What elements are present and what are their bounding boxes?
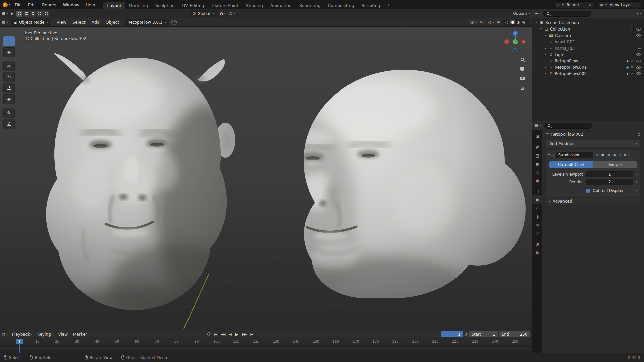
remove-modifier-icon[interactable]: ×: [623, 153, 626, 157]
xray-toggle[interactable]: ▣: [497, 20, 500, 24]
outliner-row-retopoflow[interactable]: ▸▽RetopoFlow◆▽: [532, 58, 644, 64]
modifier-extras-icon[interactable]: ▾: [620, 153, 621, 156]
hidden-visibility-icon[interactable]: [638, 42, 641, 42]
new-view-layer-icon[interactable]: ⊞: [635, 3, 639, 7]
breadcrumb-object-name[interactable]: RetopoFlow.002: [551, 132, 583, 137]
playhead-frame-badge[interactable]: 1: [16, 339, 23, 344]
jump-to-next-keyframe-button[interactable]: ▶▶: [240, 332, 248, 336]
display-on-cage-icon[interactable]: ◇: [595, 153, 599, 157]
workspace-tab-sculpting[interactable]: Sculpting: [152, 2, 178, 9]
object-visibility-dropdown[interactable]: ▾: [470, 21, 477, 24]
camera-view-icon[interactable]: [520, 77, 525, 80]
constraints-properties-tab[interactable]: ⊗: [532, 221, 542, 229]
outliner-row-retopoflow-002[interactable]: ▸▽RetopoFlow.002◆▽: [532, 70, 644, 77]
outliner-row-light[interactable]: ▸⊙Light: [532, 51, 644, 58]
solid-shading-button[interactable]: ●: [510, 20, 515, 24]
timeline-menu-keying[interactable]: Keying▾: [35, 330, 55, 338]
workspace-tab-compositing[interactable]: Compositing: [324, 2, 358, 9]
select-box-tool[interactable]: [3, 36, 15, 46]
use-preview-range-icon[interactable]: ◔: [464, 332, 468, 336]
modifier-name-field[interactable]: Subdivision: [556, 152, 593, 158]
output-properties-tab[interactable]: ▤: [532, 151, 542, 160]
disclosure-triangle-icon[interactable]: ▸: [544, 34, 547, 37]
disclosure-triangle-icon[interactable]: ▸: [544, 53, 547, 56]
jump-to-start-button[interactable]: |◀: [212, 332, 219, 336]
select-mode-invert-button[interactable]: [37, 11, 43, 17]
edit-mode-display-icon[interactable]: ▣: [600, 153, 605, 157]
disclosure-triangle-icon[interactable]: ▸: [544, 59, 547, 62]
jump-to-end-button[interactable]: ▶|: [249, 332, 255, 336]
gizmo-y-axis[interactable]: [513, 39, 518, 44]
retopoflow-menu[interactable]: RetopoFlow 3.0.1 ▾: [125, 19, 169, 26]
play-button[interactable]: ▶: [234, 332, 240, 337]
unlink-scene-icon[interactable]: ×: [588, 3, 592, 7]
menu-help[interactable]: Help: [83, 0, 98, 9]
current-frame-field[interactable]: 1: [441, 331, 463, 337]
viewport-menu-select[interactable]: Select: [69, 18, 89, 26]
editor-type-button[interactable]: ▦ ▾: [2, 20, 8, 24]
workspace-tab-uv-editing[interactable]: UV Editing: [178, 2, 208, 9]
viewport-menu-add[interactable]: Add: [89, 18, 103, 26]
world-properties-tab[interactable]: ●: [532, 176, 542, 185]
physics-properties-tab[interactable]: ◎: [532, 212, 542, 221]
disclosure-triangle-icon[interactable]: ▸: [544, 72, 547, 75]
workspace-tab-rendering[interactable]: Rendering: [296, 2, 324, 9]
cursor-tool[interactable]: ⊕: [3, 47, 15, 57]
rendered-shading-button[interactable]: ◉: [521, 20, 526, 24]
animate-dot-icon[interactable]: [636, 190, 637, 191]
hidden-visibility-icon[interactable]: [638, 48, 641, 49]
levels-viewport-field[interactable]: 1: [586, 171, 633, 177]
render-properties-tab[interactable]: ◉: [532, 143, 542, 151]
transform-orientation-dropdown[interactable]: ⊕ Global ▾: [190, 10, 216, 17]
options-dropdown[interactable]: Options ▾: [513, 11, 530, 16]
workspace-tab-layout[interactable]: Layout: [103, 2, 125, 9]
measure-tool[interactable]: ∠: [3, 119, 15, 129]
viewport-menu-object[interactable]: Object: [103, 18, 122, 26]
select-mode-extend-button[interactable]: [23, 11, 29, 17]
editor-type-button[interactable]: ▤ ▾: [535, 123, 541, 128]
workspace-tab-animation[interactable]: Animation: [267, 2, 296, 9]
properties-search-input[interactable]: [553, 123, 589, 128]
outliner-row-camera[interactable]: ▸Camera: [532, 32, 644, 39]
workspace-tab-shading[interactable]: Shading: [242, 2, 267, 9]
disclosure-triangle-icon[interactable]: ▾: [534, 21, 538, 24]
viewport-canvas[interactable]: User Perspective (1) Collection | Retopo…: [0, 27, 532, 330]
texture-properties-tab[interactable]: ▦: [532, 248, 542, 256]
visibility-eye-icon[interactable]: [636, 72, 641, 75]
blender-logo-icon[interactable]: [3, 2, 8, 7]
proportional-editing-toggle[interactable]: ◎ ▾: [229, 11, 235, 16]
pan-hand-icon[interactable]: [520, 67, 524, 71]
view-layer-selector[interactable]: ▤ ▾ View Layer ⊞: [597, 1, 641, 8]
editor-type-button[interactable]: ▦ ▾: [2, 11, 8, 16]
data-properties-tab[interactable]: ▽: [532, 229, 542, 237]
navigation-gizmo[interactable]: Z ×: [504, 31, 526, 52]
playhead-line[interactable]: [19, 344, 20, 353]
zoom-icon[interactable]: [521, 58, 524, 61]
outliner-row-horns-ref[interactable]: ▸▽horns_REF: [532, 45, 644, 51]
play-reverse-button[interactable]: ◀: [227, 332, 233, 336]
snap-toggle[interactable]: ▾: [220, 12, 226, 15]
visibility-eye-icon[interactable]: [636, 60, 641, 62]
select-mode-set-button[interactable]: [16, 11, 22, 17]
material-preview-shading-button[interactable]: ◑: [516, 20, 521, 24]
editor-type-button[interactable]: ◔ ▾: [2, 332, 8, 336]
optimal-display-checkbox[interactable]: ✓: [586, 189, 590, 193]
workspace-tab-modeling[interactable]: Modeling: [125, 2, 152, 9]
workspace-tab-texture-paint[interactable]: Texture Paint: [208, 2, 242, 9]
animate-dot-icon[interactable]: [636, 174, 637, 175]
collection-checkbox[interactable]: ✓: [630, 27, 634, 31]
modifier-panel-header[interactable]: ▾ ◇ Subdivision ◇ ▣ ▭ ◉ ▾ × ∷: [546, 150, 640, 159]
material-properties-tab[interactable]: ◑: [532, 240, 542, 248]
disclosure-triangle-icon[interactable]: ▸: [544, 40, 547, 43]
select-mode-intersect-button[interactable]: [43, 11, 49, 17]
expand-triangle-icon[interactable]: ▾: [548, 153, 550, 156]
help-button[interactable]: ?: [171, 20, 177, 25]
timeline-ruler[interactable]: 1020304050607080901001101201301401501601…: [0, 338, 532, 346]
select-mode-subtract-button[interactable]: [30, 11, 36, 17]
timeline-menu-view[interactable]: View: [56, 330, 70, 338]
wireframe-shading-button[interactable]: ○: [504, 20, 510, 24]
workspace-tab-scripting[interactable]: Scripting: [358, 2, 384, 9]
outliner-row-collection[interactable]: ▾□Collection✓: [532, 26, 644, 32]
catmull-clark-button[interactable]: Catmull-Clark: [549, 161, 593, 168]
annotate-tool[interactable]: ✎: [3, 108, 15, 118]
